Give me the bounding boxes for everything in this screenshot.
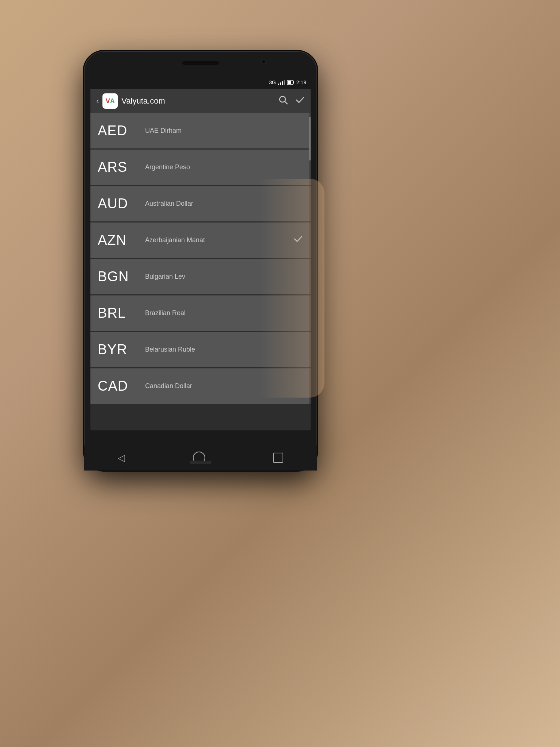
scrollbar[interactable]: [309, 113, 311, 405]
currency-item-brl[interactable]: BRL Brazilian Real: [90, 295, 311, 331]
phone-bottom-button: [190, 461, 211, 464]
selected-checkmark-azn: [293, 234, 303, 247]
currency-code-bgn: BGN: [98, 269, 145, 285]
currency-name-ars: Argentine Peso: [145, 163, 303, 171]
logo-a: A: [110, 97, 115, 105]
confirm-icon[interactable]: [295, 95, 305, 107]
currency-code-aed: AED: [98, 123, 145, 139]
svg-line-4: [285, 101, 287, 104]
currency-item-aud[interactable]: AUD Australian Dollar: [90, 186, 311, 221]
signal-bar-4: [284, 80, 285, 85]
signal-bar-1: [278, 84, 279, 85]
back-button[interactable]: ‹: [96, 96, 99, 106]
screen: 3G 2:19 ‹: [90, 76, 311, 430]
time-display: 2:19: [296, 80, 306, 85]
app-logo: VA: [102, 93, 118, 109]
currency-item-bgn[interactable]: BGN Bulgarian Lev: [90, 259, 311, 294]
currency-name-azn: Azerbaijanian Manat: [145, 236, 293, 244]
app-header: ‹ VA Valyuta.com: [90, 89, 311, 113]
currency-name-brl: Brazilian Real: [145, 309, 303, 317]
currency-name-aed: UAE Dirham: [145, 127, 303, 135]
currency-item-ars[interactable]: ARS Argentine Peso: [90, 150, 311, 185]
svg-rect-2: [293, 81, 294, 84]
currency-code-cad: CAD: [98, 378, 145, 394]
currency-item-byr[interactable]: BYR Belarusian Ruble: [90, 332, 311, 367]
currency-item-azn[interactable]: AZN Azerbaijanian Manat: [90, 222, 311, 258]
signal-strength-icon: [278, 80, 285, 85]
svg-rect-1: [287, 81, 291, 84]
nav-recent-icon[interactable]: [273, 453, 283, 463]
phone-speaker: [182, 61, 219, 65]
currency-name-aud: Australian Dollar: [145, 200, 303, 208]
signal-bar-3: [282, 81, 283, 85]
signal-bar-2: [280, 82, 281, 85]
nav-bar: ◁: [84, 445, 317, 471]
logo-v: V: [106, 97, 110, 105]
header-icons: [279, 95, 305, 107]
scene: 3G 2:19 ‹: [0, 0, 560, 747]
search-icon[interactable]: [279, 95, 288, 107]
currency-name-bgn: Bulgarian Lev: [145, 273, 303, 280]
currency-list: AED UAE Dirham ARS Argentine Peso AUD Au…: [90, 113, 311, 405]
currency-code-brl: BRL: [98, 305, 145, 321]
phone-camera: [261, 59, 266, 64]
currency-name-byr: Belarusian Ruble: [145, 346, 303, 353]
currency-item-aed[interactable]: AED UAE Dirham: [90, 113, 311, 148]
currency-code-byr: BYR: [98, 342, 145, 357]
scrollbar-thumb[interactable]: [309, 117, 311, 160]
currency-item-cad[interactable]: CAD Canadian Dollar: [90, 368, 311, 404]
currency-code-ars: ARS: [98, 159, 145, 175]
currency-code-azn: AZN: [98, 232, 145, 248]
battery-icon: [287, 80, 294, 85]
phone-device: 3G 2:19 ‹: [84, 51, 317, 471]
currency-code-aud: AUD: [98, 196, 145, 212]
nav-back-icon[interactable]: ◁: [118, 452, 125, 464]
app-title: Valyuta.com: [121, 96, 275, 106]
currency-name-cad: Canadian Dollar: [145, 382, 303, 390]
status-bar: 3G 2:19: [90, 76, 311, 89]
signal-type-label: 3G: [269, 80, 276, 85]
